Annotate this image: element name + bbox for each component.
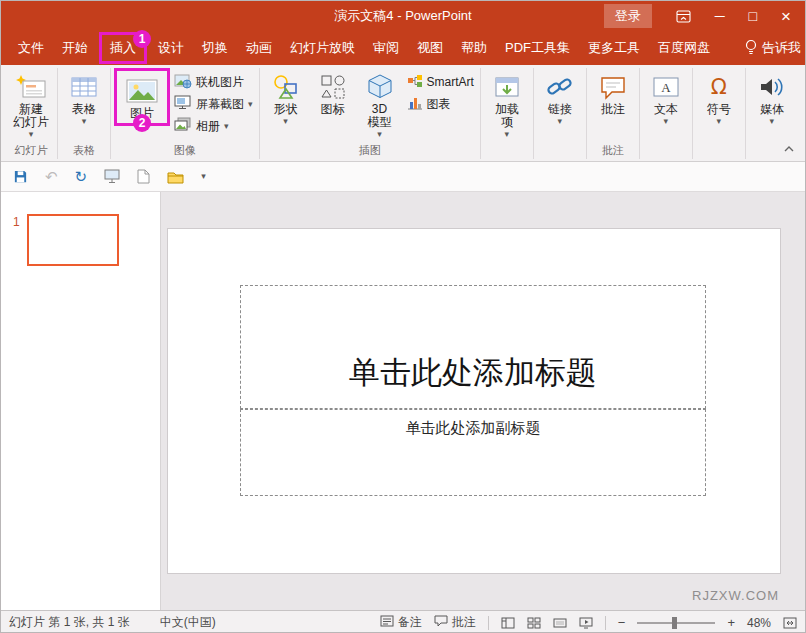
slide-editing-surface[interactable]: 单击此处添加标题 单击此处添加副标题 bbox=[167, 228, 781, 574]
title-bar: 演示文稿4 - PowerPoint 登录 ─ □ × bbox=[1, 1, 805, 31]
media-speaker-icon bbox=[757, 70, 787, 103]
ribbon-group-comments: 批注 批注 bbox=[587, 68, 640, 159]
title-placeholder[interactable]: 单击此处添加标题 bbox=[240, 285, 706, 409]
collapse-ribbon-icon[interactable] bbox=[783, 139, 795, 157]
title-placeholder-text: 单击此处添加标题 bbox=[349, 352, 597, 394]
tab-insert[interactable]: 插入 1 bbox=[99, 32, 147, 64]
sign-in-button[interactable]: 登录 bbox=[604, 4, 652, 28]
main-area: 1 单击此处添加标题 单击此处添加副标题 RJZXW.COM bbox=[1, 192, 805, 610]
status-bar: 幻灯片 第 1 张, 共 1 张 中文(中国) 备注 批注 − + 48% bbox=[1, 610, 805, 633]
zoom-slider-thumb[interactable] bbox=[672, 617, 677, 629]
symbol-label: 符号 bbox=[707, 103, 731, 116]
add-ins-button[interactable]: 加载 项 ▾ bbox=[484, 68, 530, 139]
chevron-down-icon: ▾ bbox=[377, 130, 382, 139]
slideshow-icon[interactable] bbox=[104, 169, 120, 184]
3d-model-button[interactable]: 3D 模型 ▾ bbox=[357, 68, 403, 139]
tab-baidu-netdisk[interactable]: 百度网盘 bbox=[649, 31, 719, 65]
reading-view-icon[interactable] bbox=[553, 617, 567, 629]
shapes-button[interactable]: 形状 ▾ bbox=[263, 68, 309, 126]
watermark: RJZXW.COM bbox=[692, 588, 779, 603]
comment-icon bbox=[598, 70, 628, 103]
maximize-button[interactable]: □ bbox=[749, 9, 757, 23]
tab-help[interactable]: 帮助 bbox=[452, 31, 496, 65]
media-button[interactable]: 媒体 ▾ bbox=[749, 68, 795, 126]
online-pictures-button[interactable]: 联机图片 bbox=[171, 71, 256, 93]
undo-icon[interactable]: ↶ bbox=[45, 169, 58, 184]
zoom-slider[interactable] bbox=[637, 622, 715, 624]
slide-thumbnail-panel: 1 bbox=[1, 192, 161, 610]
photo-album-label: 相册 bbox=[196, 118, 220, 135]
shapes-label: 形状 bbox=[274, 103, 298, 116]
tab-slideshow[interactable]: 幻灯片放映 bbox=[281, 31, 364, 65]
tab-animations[interactable]: 动画 bbox=[237, 31, 281, 65]
slide-thumbnail[interactable] bbox=[27, 214, 119, 266]
annotation-step-1-badge: 1 bbox=[133, 30, 151, 48]
zoom-in-button[interactable]: + bbox=[727, 615, 735, 630]
zoom-level[interactable]: 48% bbox=[747, 616, 771, 630]
online-pictures-label: 联机图片 bbox=[196, 74, 244, 91]
subtitle-placeholder-text: 单击此处添加副标题 bbox=[406, 419, 541, 436]
slide-thumbnail-row[interactable]: 1 bbox=[1, 214, 160, 266]
3d-model-icon bbox=[365, 70, 395, 103]
chevron-down-icon: ▾ bbox=[558, 117, 563, 126]
minimize-button[interactable]: ─ bbox=[715, 9, 725, 23]
online-pictures-icon bbox=[174, 73, 192, 92]
window-title: 演示文稿4 - PowerPoint bbox=[334, 7, 471, 25]
slideshow-view-icon[interactable] bbox=[579, 617, 593, 629]
tab-file[interactable]: 文件 bbox=[9, 31, 53, 65]
ribbon: 新建 幻灯片 ▾ 幻灯片 表格 ▾ 表格 bbox=[1, 65, 805, 162]
notes-toggle[interactable]: 备注 bbox=[380, 614, 422, 631]
chart-icon bbox=[407, 96, 423, 113]
tab-more-tools[interactable]: 更多工具 bbox=[579, 31, 649, 65]
open-folder-icon[interactable] bbox=[167, 170, 184, 184]
ribbon-tab-bar: 文件 开始 插入 1 设计 切换 动画 幻灯片放映 审阅 视图 帮助 PDF工具… bbox=[1, 31, 805, 65]
tab-home[interactable]: 开始 bbox=[53, 31, 97, 65]
lightbulb-icon bbox=[744, 39, 758, 58]
subtitle-placeholder[interactable]: 单击此处添加副标题 bbox=[240, 409, 706, 496]
screenshot-button[interactable]: 屏幕截图 ▾ bbox=[171, 93, 256, 115]
fit-slide-icon[interactable] bbox=[783, 617, 797, 629]
close-button[interactable]: × bbox=[781, 8, 791, 25]
slide-sorter-icon[interactable] bbox=[527, 617, 541, 629]
icons-button[interactable]: 图标 bbox=[310, 68, 356, 116]
link-button[interactable]: 链接 ▾ bbox=[537, 68, 583, 126]
language-indicator[interactable]: 中文(中国) bbox=[160, 614, 216, 631]
new-slide-button[interactable]: 新建 幻灯片 ▾ bbox=[8, 68, 54, 139]
text-box-icon: A bbox=[651, 70, 681, 103]
smartart-button[interactable]: SmartArt bbox=[404, 71, 477, 93]
normal-view-icon[interactable] bbox=[501, 617, 515, 629]
chevron-down-icon: ▾ bbox=[664, 117, 669, 126]
annotation-step-2-badge: 2 bbox=[133, 114, 151, 132]
table-button[interactable]: 表格 ▾ bbox=[61, 68, 107, 126]
photo-album-button[interactable]: 相册 ▾ bbox=[171, 115, 256, 137]
notes-label: 备注 bbox=[398, 614, 422, 631]
new-file-icon[interactable] bbox=[137, 169, 150, 184]
picture-button[interactable]: 图片 bbox=[119, 72, 165, 120]
text-button[interactable]: A 文本 ▾ bbox=[643, 68, 689, 126]
comment-button[interactable]: 批注 bbox=[590, 68, 636, 116]
tab-design[interactable]: 设计 bbox=[149, 31, 193, 65]
customize-qat-caret-icon[interactable]: ▾ bbox=[201, 172, 206, 181]
media-label: 媒体 bbox=[760, 103, 784, 116]
chevron-down-icon: ▾ bbox=[770, 117, 775, 126]
tab-transitions[interactable]: 切换 bbox=[193, 31, 237, 65]
zoom-out-button[interactable]: − bbox=[618, 615, 626, 630]
text-label: 文本 bbox=[654, 103, 678, 116]
ribbon-display-options-icon[interactable] bbox=[676, 10, 691, 23]
group-label-tables: 表格 bbox=[61, 140, 107, 158]
tab-review[interactable]: 审阅 bbox=[364, 31, 408, 65]
save-icon[interactable] bbox=[13, 169, 28, 184]
chevron-down-icon: ▾ bbox=[248, 100, 253, 109]
new-slide-icon bbox=[15, 70, 47, 103]
redo-icon[interactable]: ↻ bbox=[75, 169, 88, 184]
symbol-button[interactable]: Ω 符号 ▾ bbox=[696, 68, 742, 126]
comments-toggle[interactable]: 批注 bbox=[434, 614, 476, 631]
table-label: 表格 bbox=[72, 103, 96, 116]
group-label-slides: 幻灯片 bbox=[8, 140, 54, 158]
quick-access-toolbar: ↶ ↻ ▾ bbox=[1, 162, 805, 192]
new-slide-label: 新建 幻灯片 bbox=[13, 103, 49, 129]
tab-view[interactable]: 视图 bbox=[408, 31, 452, 65]
tell-me-box[interactable]: 告诉我 bbox=[735, 31, 806, 66]
chart-button[interactable]: 图表 bbox=[404, 93, 477, 115]
tab-pdf-tools[interactable]: PDF工具集 bbox=[496, 31, 579, 65]
